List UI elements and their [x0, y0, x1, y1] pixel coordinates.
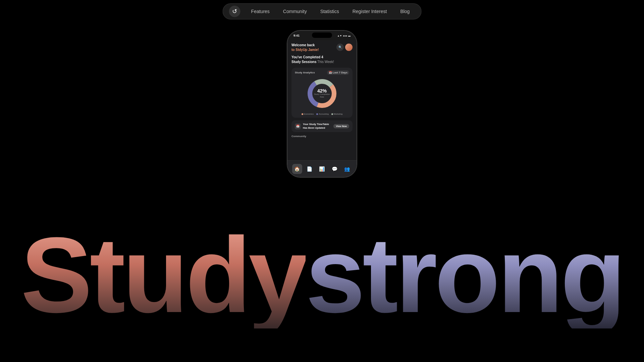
- phone-mockup: 9:41 ▲▼ ●●● ▬ Welcome back to StdyUp Jam…: [287, 30, 357, 178]
- status-icons: ▲▼ ●●● ▬: [337, 35, 351, 37]
- nav-blog[interactable]: Blog: [395, 7, 415, 16]
- donut-label: Study CompletionRate: [314, 93, 330, 99]
- donut-chart: 42% Study CompletionRate: [295, 77, 349, 110]
- analytics-title: Study Analytics: [295, 71, 315, 74]
- hero-text-strong: strong: [306, 221, 623, 328]
- timetable-subtitle: Has Been Updated: [303, 126, 329, 130]
- analytics-filter[interactable]: 📅 Last 7 Days: [327, 70, 349, 75]
- hero-text: Studystrong: [0, 221, 644, 328]
- community-label: Community: [291, 135, 353, 138]
- legend-marketing: Marketing: [331, 113, 342, 115]
- search-icon[interactable]: 🔍: [336, 44, 344, 51]
- nav-logo[interactable]: ↺: [229, 6, 240, 17]
- timetable-left: 📅 Your Study TimeTable Has Been Updated: [295, 123, 329, 130]
- analytics-card: Study Analytics 📅 Last 7 Days: [291, 68, 353, 118]
- legend-label-economics: Economics: [304, 113, 314, 115]
- legend-dot-economics: [302, 113, 303, 115]
- welcome-line2: to StdyUp Jamie!: [291, 48, 319, 52]
- analytics-header: Study Analytics 📅 Last 7 Days: [295, 70, 349, 75]
- legend-accounting: Accounting: [316, 113, 329, 115]
- legend-dot-marketing: [331, 113, 333, 115]
- phone-statusbar: 9:41 ▲▼ ●●● ▬: [287, 31, 357, 40]
- timetable-title: Your Study TimeTable: [303, 123, 329, 126]
- avatar[interactable]: [345, 44, 353, 51]
- hero-text-study: Study: [21, 221, 306, 328]
- timetable-card: 📅 Your Study TimeTable Has Been Updated …: [291, 120, 353, 132]
- donut-center: 42% Study CompletionRate: [314, 88, 330, 99]
- nav-features[interactable]: Features: [246, 7, 275, 16]
- nav-statistics[interactable]: Statistics: [315, 7, 344, 16]
- timetable-text: Your Study TimeTable Has Been Updated: [303, 123, 329, 130]
- welcome-text: Welcome back to StdyUp Jamie!: [291, 43, 319, 52]
- donut-percentage: 42%: [314, 88, 330, 93]
- analytics-legend: Economics Accounting Marketing: [295, 113, 349, 115]
- phone-body: 9:41 ▲▼ ●●● ▬ Welcome back to StdyUp Jam…: [287, 30, 357, 178]
- legend-dot-accounting: [316, 113, 318, 115]
- phone-content: Welcome back to StdyUp Jamie! 🔍 You've C…: [287, 40, 357, 177]
- nav-register[interactable]: Register Interest: [347, 7, 392, 16]
- timetable-icon: 📅: [295, 123, 301, 129]
- completed-line2: Study Sessions This Week!: [291, 60, 353, 64]
- bottom-nav-chat[interactable]: 💬: [329, 164, 339, 174]
- view-now-button[interactable]: View Now: [333, 124, 349, 128]
- legend-economics: Economics: [302, 113, 314, 115]
- legend-label-marketing: Marketing: [334, 113, 342, 115]
- phone-bottom-nav: 🏠 📄 📊 💬 👥: [287, 160, 357, 177]
- welcome-line1: Welcome back: [291, 43, 319, 48]
- bottom-nav-chart[interactable]: 📊: [317, 164, 327, 174]
- completed-section: You've Completed 4 Study Sessions This W…: [291, 55, 353, 64]
- bottom-nav-people[interactable]: 👥: [342, 164, 352, 174]
- analytics-filter-label: Last 7 Days: [333, 71, 347, 74]
- completed-line1: You've Completed 4: [291, 55, 353, 60]
- phone-pill: [312, 33, 332, 38]
- status-time: 9:41: [293, 34, 300, 37]
- bottom-nav-home[interactable]: 🏠: [292, 164, 302, 174]
- legend-label-accounting: Accounting: [319, 113, 329, 115]
- navbar: ↺ Features Community Statistics Register…: [223, 3, 422, 19]
- welcome-icons: 🔍: [336, 44, 353, 51]
- bottom-nav-docs[interactable]: 📄: [305, 164, 315, 174]
- welcome-section: Welcome back to StdyUp Jamie! 🔍: [291, 43, 353, 52]
- nav-community[interactable]: Community: [278, 7, 312, 16]
